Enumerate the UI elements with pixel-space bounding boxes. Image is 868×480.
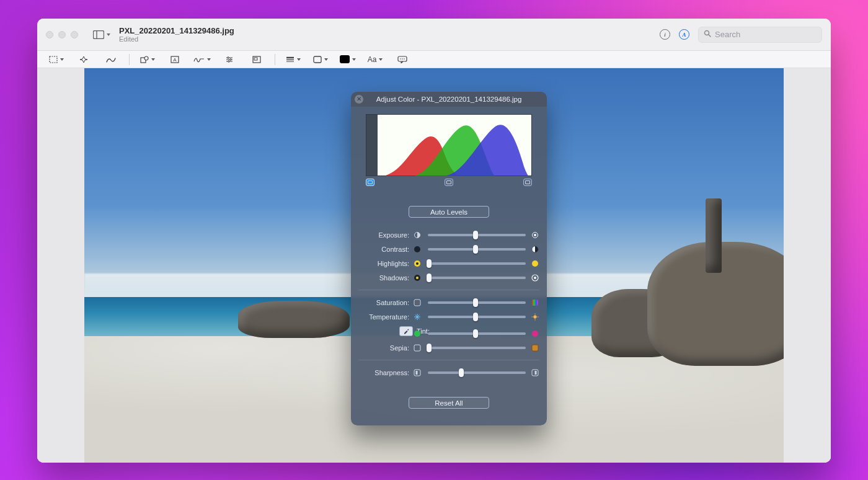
temperature-row: Temperature: [357,311,541,322]
svg-point-32 [532,260,538,267]
temperature-cold-icon [413,313,422,321]
toolbar-separator [129,54,130,65]
sepia-row: Sepia: [357,342,541,353]
search-icon [704,30,711,39]
contrast-slider[interactable] [428,248,526,251]
titlebar: PXL_20220201_141329486.jpg Edited i A [37,19,831,51]
svg-rect-52 [415,346,419,350]
adjust-size-tool[interactable] [247,53,266,66]
contrast-high-icon [531,245,539,254]
saturation-label: Saturation: [357,299,409,306]
panel-titlebar[interactable]: ✕ Adjust Color - PXL_20220201_141329486.… [351,92,547,107]
shadows-low-icon [413,273,422,282]
tint-slider[interactable] [428,332,526,335]
svg-point-22 [400,58,401,60]
canvas-gutter-left [37,68,84,463]
tint-magenta-icon [531,329,539,338]
sepia-slider[interactable] [428,347,526,349]
saturation-slider[interactable] [428,301,526,304]
histogram-black-point-handle[interactable] [366,179,374,186]
fill-color-tool[interactable] [339,53,357,66]
highlights-slider[interactable] [428,262,526,265]
panel-title-text: Adjust Color - PXL_20220201_141329486.jp… [376,96,522,103]
auto-levels-button[interactable]: Auto Levels [409,206,489,218]
highlights-low-icon [413,259,422,268]
markup-icon[interactable]: A [679,29,689,40]
temperature-slider[interactable] [428,316,526,318]
search-field[interactable] [698,27,822,43]
exposure-low-icon [413,231,422,239]
border-color-tool[interactable] [311,53,330,66]
svg-point-14 [228,60,230,62]
sharpness-low-icon [413,368,422,377]
window-subtitle: Edited [119,35,234,43]
info-icon[interactable]: i [660,29,670,40]
panel-close-button[interactable]: ✕ [355,95,363,104]
traffic-minimize[interactable] [58,31,66,38]
saturation-high-icon [531,298,539,307]
text-tool[interactable]: A [166,53,184,66]
svg-rect-57 [535,371,537,375]
fill-swatch [340,55,350,63]
text-style-tool[interactable]: Aa [366,53,384,66]
svg-text:A: A [173,57,177,63]
sharpness-high-icon [531,368,539,377]
svg-rect-53 [532,345,538,351]
saturation-low-icon [413,298,422,307]
tint-green-icon [413,329,422,338]
saturation-row: Saturation: [357,296,541,308]
adjust-color-panel: ✕ Adjust Color - PXL_20220201_141329486.… [351,92,547,425]
sharpness-label: Sharpness: [357,369,409,376]
exposure-high-icon [531,231,539,239]
traffic-lights [46,31,78,38]
toolbar-separator [275,54,275,65]
shapes-tool[interactable] [138,53,157,66]
histogram-white-point-handle[interactable] [523,179,532,186]
svg-rect-4 [50,56,57,63]
sharpness-slider[interactable] [428,371,526,374]
exposure-row: Exposure: [357,229,541,241]
svg-point-2 [705,31,709,35]
canvas-gutter-right [784,68,831,463]
instant-alpha-tool[interactable] [74,53,93,66]
adjust-color-tool[interactable] [220,53,239,66]
temperature-label: Temperature: [357,313,409,321]
exposure-slider[interactable] [428,234,526,236]
highlights-label: Highlights: [357,260,409,267]
svg-line-3 [709,35,711,37]
sketch-tool[interactable] [102,53,120,66]
highlights-high-icon [531,259,539,268]
shadows-high-icon [531,273,539,282]
traffic-close[interactable] [46,31,53,38]
svg-point-6 [144,56,148,60]
histogram-handles [366,179,532,189]
annotate-tool[interactable] [393,53,412,66]
histogram-mid-point-handle[interactable] [445,179,453,186]
reset-all-button[interactable]: Reset All [409,397,489,409]
border-style-tool[interactable] [284,53,303,66]
shadows-label: Shadows: [357,274,409,282]
sepia-low-icon [413,344,422,352]
contrast-low-icon [413,245,422,254]
contrast-row: Contrast: [357,243,541,255]
traffic-zoom[interactable] [71,31,78,38]
sharpness-row: Sharpness: [357,367,541,378]
svg-rect-38 [415,301,419,304]
svg-point-34 [416,277,418,279]
histogram [366,114,532,176]
sidebar-toggle[interactable] [89,27,114,42]
exposure-label: Exposure: [357,231,409,239]
search-input[interactable] [715,30,817,39]
sign-tool[interactable] [193,53,211,66]
svg-rect-16 [254,58,257,60]
selection-tool[interactable] [47,53,66,66]
svg-rect-55 [416,371,418,375]
svg-point-12 [228,56,229,58]
highlights-row: Highlights: [357,257,541,269]
svg-point-23 [402,58,403,60]
window-title: PXL_20220201_141329486.jpg [119,26,234,35]
svg-point-44 [534,315,537,318]
shadows-slider[interactable] [428,277,526,279]
shadows-row: Shadows: [357,272,541,283]
svg-point-31 [416,262,418,265]
